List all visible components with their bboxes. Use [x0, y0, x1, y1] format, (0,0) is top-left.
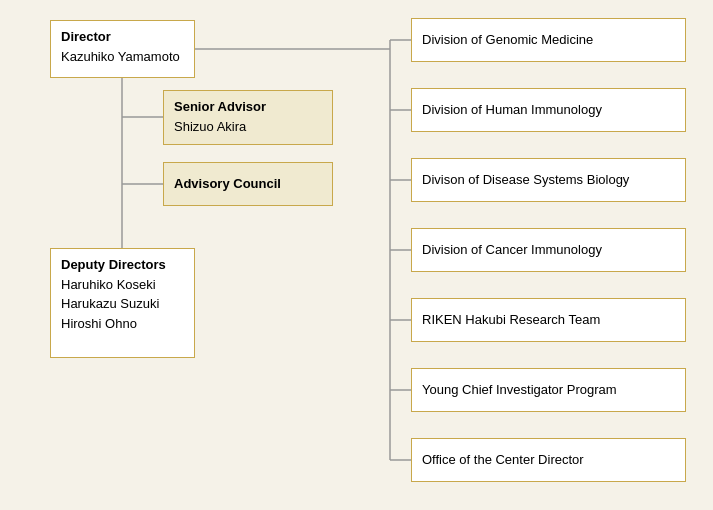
division-cancer-immunology-label: Division of Cancer Immunology [422, 240, 602, 260]
director-title: Director [61, 27, 184, 47]
senior-advisor-title: Senior Advisor [174, 97, 322, 117]
office-center-director: Office of the Center Director [411, 438, 686, 482]
office-center-label: Office of the Center Director [422, 450, 584, 470]
deputy-directors-title: Deputy Directors [61, 255, 184, 275]
riken-hakubi-label: RIKEN Hakubi Research Team [422, 310, 600, 330]
deputy-name-1: Haruhiko Koseki [61, 275, 184, 295]
org-chart: Director Kazuhiko Yamamoto Senior Adviso… [0, 0, 713, 510]
director-box: Director Kazuhiko Yamamoto [50, 20, 195, 78]
director-name: Kazuhiko Yamamoto [61, 47, 184, 67]
division-disease-systems-biology: Divison of Disease Systems Biology [411, 158, 686, 202]
deputy-name-3: Hiroshi Ohno [61, 314, 184, 334]
division-genomic-medicine: Division of Genomic Medicine [411, 18, 686, 62]
division-human-immunology: Division of Human Immunology [411, 88, 686, 132]
senior-advisor-name: Shizuo Akira [174, 117, 322, 137]
deputy-directors-box: Deputy Directors Haruhiko Koseki Harukaz… [50, 248, 195, 358]
young-chief-label: Young Chief Investigator Program [422, 380, 617, 400]
young-chief-investigator-program: Young Chief Investigator Program [411, 368, 686, 412]
division-cancer-immunology: Division of Cancer Immunology [411, 228, 686, 272]
division-human-immunology-label: Division of Human Immunology [422, 100, 602, 120]
advisory-council-box: Advisory Council [163, 162, 333, 206]
senior-advisor-box: Senior Advisor Shizuo Akira [163, 90, 333, 145]
division-disease-systems-biology-label: Divison of Disease Systems Biology [422, 170, 629, 190]
division-genomic-medicine-label: Division of Genomic Medicine [422, 30, 593, 50]
deputy-name-2: Harukazu Suzuki [61, 294, 184, 314]
advisory-council-title: Advisory Council [174, 174, 281, 194]
riken-hakubi-research-team: RIKEN Hakubi Research Team [411, 298, 686, 342]
